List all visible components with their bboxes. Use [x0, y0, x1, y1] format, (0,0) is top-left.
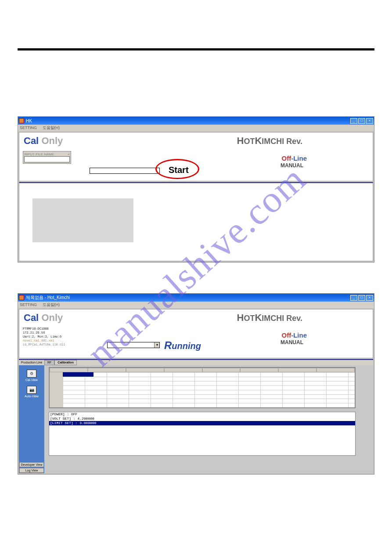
- header-divider: [18, 48, 374, 50]
- header-panel: Cal Only HOTKIMCHI Rev. INPUT FILE NAME …: [19, 132, 373, 181]
- placeholder-block: [32, 198, 133, 242]
- close-icon[interactable]: ×: [68, 152, 70, 156]
- only-text: Only: [41, 135, 63, 146]
- only-text: Only: [41, 312, 63, 323]
- grid-col-headers: [50, 368, 355, 372]
- sidebar: Production Line ⚙ Cal-View 📷 Auto-View D…: [19, 360, 44, 473]
- maximize-button[interactable]: □: [358, 295, 365, 301]
- start-button[interactable]: Start: [169, 165, 189, 175]
- body-panel: Production Line ⚙ Cal-View 📷 Auto-View D…: [19, 359, 373, 473]
- tab-rf[interactable]: RF: [44, 360, 54, 365]
- menu-help[interactable]: 도움말(H): [43, 302, 60, 307]
- data-grid: [49, 367, 356, 408]
- console-output: [POWER] : OFF [VOLT SET] : 4.200000 [LIM…: [49, 412, 356, 456]
- console-line-3-highlighted: [LIMIT SET] : 3.000000: [49, 421, 355, 425]
- screenshot-window-1: HK _ □ × SETTING 도움말(H) Cal Only HOTKIMC…: [18, 116, 374, 263]
- titlebar: 제목없음 - Hot_Kimchi _ □ ×: [18, 294, 374, 302]
- brand-k: K: [255, 135, 262, 146]
- tab-bar: RF Calibration: [44, 360, 373, 365]
- header-panel: Cal Only HOTKIMCHI Rev. PTRMF10-DC1008 1…: [19, 309, 373, 358]
- mode-manual-label: MANUAL: [281, 339, 303, 345]
- minimize-button[interactable]: _: [350, 295, 357, 301]
- brand-k: K: [255, 312, 262, 323]
- menubar: SETTING 도움말(H): [18, 125, 374, 131]
- cal-view-label: Cal-View: [19, 378, 44, 381]
- chevron-down-icon[interactable]: ▾: [154, 342, 159, 348]
- center-dropdown[interactable]: ▾: [107, 342, 160, 348]
- grid-row-headers: [50, 372, 63, 407]
- mode-label: Cal Only: [24, 312, 63, 324]
- input-file-name-dialog: INPUT FILE NAME ×: [23, 151, 71, 164]
- brand-label: HOTKIMCHI Rev.: [237, 312, 302, 324]
- app-icon: [19, 118, 24, 123]
- device-ports: Uart:2, Mon:3, Limo:6: [23, 335, 65, 339]
- window-title: HK: [26, 119, 350, 123]
- screenshot-window-2: 제목없음 - Hot_Kimchi _ □ × SETTING 도움말(H) C…: [18, 293, 374, 475]
- developer-view-button[interactable]: Developer View: [19, 462, 44, 467]
- maximize-button[interactable]: □: [358, 118, 365, 124]
- running-status: Running: [164, 339, 201, 352]
- app-icon: [19, 295, 24, 300]
- minimize-button[interactable]: _: [350, 118, 357, 124]
- connection-status: Off-Line: [281, 155, 307, 162]
- brand-ot: OT: [244, 314, 255, 323]
- auto-view-icon: 📷: [27, 386, 36, 394]
- cal-view-icon: ⚙: [27, 370, 36, 378]
- brand-label: HOTKIMCHI Rev.: [237, 135, 302, 147]
- menu-setting[interactable]: SETTING: [20, 126, 37, 130]
- device-dll: LG_RFCal_AdT19a_110.dll: [23, 343, 65, 347]
- line-text: -Line: [291, 155, 307, 162]
- off-text: Off: [281, 155, 291, 162]
- close-button[interactable]: ×: [366, 295, 373, 301]
- menubar: SETTING 도움말(H): [18, 302, 374, 308]
- sidebar-item-cal-view[interactable]: ⚙ Cal-View: [19, 369, 44, 381]
- brand-h: H: [237, 312, 244, 323]
- brand-rest: IMCHI Rev.: [262, 137, 302, 146]
- cal-text: Cal: [24, 312, 39, 323]
- mode-label: Cal Only: [24, 135, 63, 147]
- center-input[interactable]: [90, 168, 160, 174]
- running-rest: unning: [172, 341, 201, 351]
- titlebar: HK _ □ ×: [18, 117, 374, 125]
- device-ip: 172.21.28.56: [23, 331, 65, 335]
- close-button[interactable]: ×: [366, 118, 373, 124]
- log-view-button[interactable]: Log View: [19, 468, 44, 473]
- grid-lines: [63, 372, 355, 407]
- brand-ot: OT: [244, 137, 255, 146]
- device-xml: novel_cal_001.xml: [23, 339, 65, 343]
- connection-status: Off-Line: [281, 331, 307, 339]
- running-r: R: [164, 339, 172, 351]
- selected-cell[interactable]: [63, 372, 94, 377]
- menu-help[interactable]: 도움말(H): [43, 126, 60, 130]
- sidebar-item-auto-view[interactable]: 📷 Auto-View: [19, 385, 44, 398]
- menu-setting[interactable]: SETTING: [20, 302, 37, 307]
- window-title: 제목없음 - Hot_Kimchi: [26, 295, 350, 301]
- brand-h: H: [237, 135, 244, 146]
- body-panel: [19, 182, 373, 261]
- off-text: Off: [281, 331, 291, 339]
- device-info: PTRMF10-DC1008 172.21.28.56 Uart:2, Mon:…: [23, 327, 65, 347]
- input-file-name-field[interactable]: [24, 156, 70, 162]
- sidebar-tab-production[interactable]: Production Line: [19, 360, 44, 365]
- mode-manual-label: MANUAL: [281, 162, 303, 169]
- console-line-1: [POWER] : OFF: [49, 412, 355, 417]
- input-file-name-label: INPUT FILE NAME: [24, 152, 54, 156]
- tab-calibration[interactable]: Calibration: [54, 360, 77, 365]
- brand-rest: IMCHI Rev.: [262, 314, 302, 323]
- main-area: RF Calibration [POWER] : OFF [: [44, 360, 373, 473]
- console-line-2: [VOLT SET] : 4.200000: [49, 417, 355, 421]
- cal-text: Cal: [24, 135, 39, 146]
- device-id: PTRMF10-DC1008: [23, 327, 65, 331]
- line-text: -Line: [291, 331, 307, 339]
- grid-content[interactable]: [50, 368, 355, 407]
- auto-view-label: Auto-View: [19, 395, 44, 398]
